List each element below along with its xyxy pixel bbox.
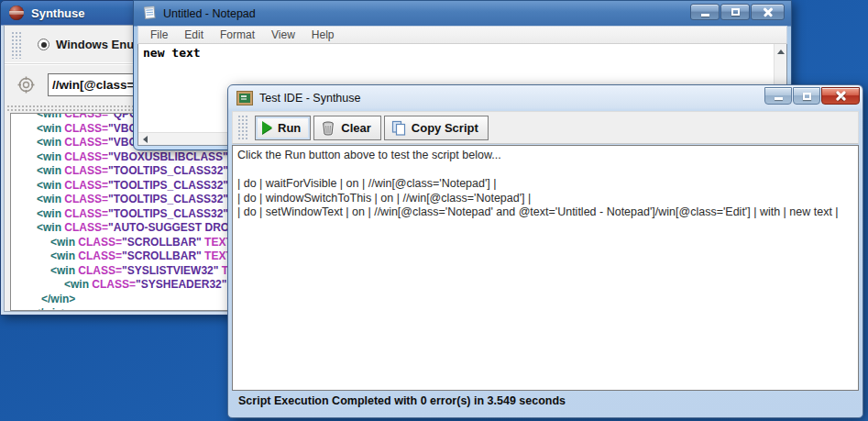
synthuse-app-icon	[9, 6, 24, 20]
menu-item-edit[interactable]: Edit	[176, 28, 212, 41]
xml-tag: <win	[50, 236, 78, 249]
script-line: Click the Run button above to test the s…	[237, 149, 853, 163]
xml-tag: <win	[50, 264, 78, 277]
xml-tag: <win	[37, 193, 64, 205]
testide-app-icon	[237, 92, 252, 105]
xml-val: "VBOXUSBLIBCLASS"	[108, 150, 228, 163]
notepad-menubar: FileEditFormatViewHelp	[137, 26, 787, 44]
radio-dot	[41, 42, 47, 48]
menu-item-format[interactable]: Format	[212, 28, 263, 41]
xml-tag: </win>	[34, 306, 68, 311]
xml-val: "TOOLTIPS_CLASS32"	[108, 193, 228, 205]
notepad-app-icon	[142, 5, 157, 23]
notepad-titlebar[interactable]: Untitled - Notepad	[137, 1, 787, 26]
synthuse-icon-stripe	[9, 11, 24, 15]
xml-val: "SCROLLBAR"	[122, 236, 202, 249]
windows-enumerated-xml-radio[interactable]	[38, 39, 49, 50]
xml-attr: CLASS=	[64, 122, 108, 135]
testide-maximize-button[interactable]	[793, 87, 820, 105]
xml-attr: CLASS=	[64, 150, 108, 163]
xml-attr: CLASS=	[64, 164, 108, 177]
minimize-icon	[775, 97, 783, 100]
xml-attr: CLASS=	[64, 136, 108, 149]
xml-tag: <win	[37, 113, 64, 120]
xml-attr: CLASS=	[64, 193, 108, 205]
xml-tag: </win>	[41, 293, 75, 305]
script-line: | do | setWindowText | on | //win[@class…	[237, 205, 853, 220]
testide-minimize-button[interactable]	[764, 87, 792, 105]
xml-attr: CLASS=	[64, 113, 108, 120]
script-line: | do | waitForVisible | on | //win[@clas…	[237, 177, 853, 192]
status-text: Script Execution Completed with 0 error(…	[238, 394, 566, 407]
testide-window: Test IDE - Synthuse Run	[227, 84, 863, 418]
xml-val: "TOOLTIPS_CLASS32"	[108, 179, 228, 192]
xml-val: "TOOLTIPS_CLASS32"	[108, 164, 228, 177]
script-line: | do | windowSwitchToThis | on | //win[@…	[237, 192, 853, 206]
copy-script-button-label: Copy Script	[412, 121, 478, 135]
testide-toolbar: Run Clear	[232, 111, 859, 144]
target-crosshair-icon[interactable]	[17, 76, 35, 94]
xml-val: "TOOLTIPS_CLASS32"	[108, 207, 228, 220]
toolbar-grip[interactable]	[237, 115, 249, 140]
script-line	[237, 163, 853, 178]
status-bar: Script Execution Completed with 0 error(…	[232, 391, 859, 411]
xml-tag: <win	[37, 221, 64, 234]
xml-tag: <win	[37, 136, 64, 149]
xml-val: "SYSLISTVIEW32"	[122, 264, 218, 277]
synthuse-window-title: Synthuse	[31, 6, 85, 20]
xml-attr: CLASS=	[64, 207, 108, 220]
run-button[interactable]: Run	[255, 116, 311, 140]
scroll-left-icon[interactable]	[139, 133, 151, 145]
xml-attr: CLASS=	[78, 264, 122, 277]
maximize-icon	[803, 93, 811, 100]
xml-tag: <win	[37, 207, 64, 220]
clear-button-label: Clear	[341, 121, 371, 135]
xml-attr: CLASS=	[78, 236, 122, 249]
run-button-label: Run	[278, 121, 301, 135]
testide-titlebar[interactable]: Test IDE - Synthuse	[232, 87, 859, 109]
maximize-icon	[731, 8, 740, 16]
desktop: Synthuse Windows Enumerated Xml	[0, 0, 868, 421]
script-output-area[interactable]: Click the Run button above to test the s…	[232, 145, 859, 391]
testide-close-button[interactable]	[821, 87, 860, 105]
notepad-close-button[interactable]	[751, 4, 785, 20]
xml-tag: <win	[64, 278, 92, 291]
xml-attr: CLASS=	[64, 179, 108, 192]
menu-item-view[interactable]: View	[263, 28, 303, 41]
xml-tag: <win	[37, 179, 64, 192]
minimize-icon	[701, 14, 709, 17]
testide-window-title: Test IDE - Synthuse	[259, 92, 360, 105]
notepad-minimize-button[interactable]	[690, 4, 720, 20]
clear-button[interactable]: Clear	[313, 116, 381, 140]
notepad-window-controls	[689, 4, 785, 20]
menu-item-help[interactable]: Help	[303, 28, 343, 41]
copy-script-button[interactable]: Copy Script	[384, 116, 489, 140]
xml-val: "SYSHEADER32"	[136, 278, 226, 291]
xml-attr: CLASS=	[78, 249, 122, 262]
xml-val: "SCROLLBAR"	[122, 249, 202, 262]
notepad-window-title: Untitled - Notepad	[163, 7, 256, 20]
xml-attr: CLASS=	[92, 278, 136, 291]
notepad-maximize-button[interactable]	[720, 4, 750, 20]
scroll-up-icon[interactable]	[775, 46, 787, 58]
toolbar-grip[interactable]	[11, 31, 23, 59]
xml-tag: <win	[37, 164, 64, 177]
trash-icon	[321, 120, 335, 136]
xml-tag: <win	[37, 122, 64, 135]
run-play-icon	[262, 121, 272, 134]
xml-tag: <win	[37, 150, 64, 163]
xml-tag: <win	[50, 249, 78, 262]
menu-item-file[interactable]: File	[142, 28, 176, 41]
xml-attr: CLASS=	[64, 221, 108, 234]
testide-window-controls	[764, 87, 860, 105]
copy-icon	[391, 120, 406, 136]
